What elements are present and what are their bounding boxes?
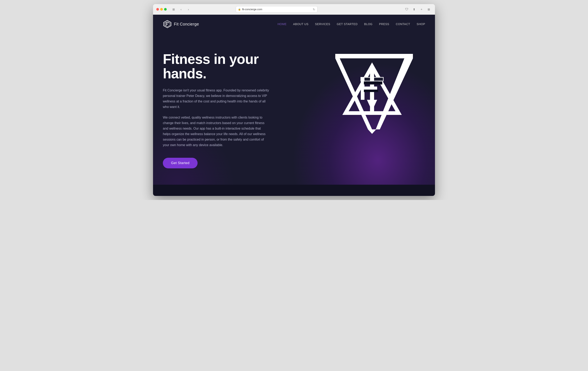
nav-item-blog[interactable]: BLOG	[364, 22, 372, 26]
nav-links-list: HOME ABOUT US SERVICES GET STARTED BLOG …	[277, 22, 425, 26]
nav-item-contact[interactable]: CONTACT	[396, 22, 410, 26]
logo-icon	[163, 20, 172, 29]
shield-icon[interactable]: 🛡	[404, 7, 410, 12]
nav-item-about[interactable]: ABOUT US	[293, 22, 308, 26]
lock-icon: 🔒	[238, 8, 241, 11]
hero-paragraph-2: We connect vetted, quality wellness inst…	[163, 115, 269, 148]
hero-logo-large	[319, 38, 425, 152]
logo-text: Fit Concierge	[174, 22, 199, 27]
nav-item-get-started[interactable]: GET STARTED	[337, 22, 357, 26]
hero-content: Fitness in your hands. Fit Concierge isn…	[163, 46, 285, 168]
window-controls	[156, 8, 167, 11]
svg-marker-8	[368, 129, 376, 134]
nav-item-press[interactable]: PRESS	[379, 22, 389, 26]
hero-section: Fitness in your hands. Fit Concierge isn…	[153, 33, 435, 185]
svg-marker-15	[367, 100, 377, 111]
refresh-icon[interactable]: ↻	[313, 8, 315, 11]
large-logo-svg	[323, 42, 421, 148]
nav-item-shop[interactable]: SHOP	[417, 22, 425, 26]
nav-link-shop[interactable]: SHOP	[417, 22, 425, 26]
nav-item-home[interactable]: HOME	[277, 22, 286, 26]
nav-link-blog[interactable]: BLOG	[364, 22, 372, 26]
svg-rect-16	[364, 81, 382, 84]
nav-link-get-started[interactable]: GET STARTED	[337, 22, 357, 26]
address-bar[interactable]: 🔒 fit-concierge.com ↻	[236, 6, 317, 13]
nav-controls: ⊞ ‹ ›	[171, 7, 191, 12]
nav-link-press[interactable]: PRESS	[379, 22, 389, 26]
share-button[interactable]: ⬆	[411, 7, 417, 12]
browser-window: ⊞ ‹ › 🔒 fit-concierge.com ↻ 🛡 ⬆ ＋ ⊞	[153, 4, 435, 196]
browser-toolbar: 🛡 ⬆ ＋ ⊞	[404, 7, 432, 12]
forward-button[interactable]: ›	[186, 7, 191, 12]
hero-title: Fitness in your hands.	[163, 52, 285, 81]
new-tab-button[interactable]: ＋	[419, 7, 424, 12]
cta-get-started-button[interactable]: Get Started	[163, 158, 198, 168]
maximize-button[interactable]	[164, 8, 167, 11]
svg-marker-7	[376, 54, 413, 129]
nav-link-contact[interactable]: CONTACT	[396, 22, 410, 26]
svg-rect-14	[361, 87, 377, 90]
footer-bar	[153, 185, 435, 196]
website-content: Fit Concierge HOME ABOUT US SERVICES GET…	[153, 15, 435, 185]
svg-rect-5	[335, 54, 409, 58]
url-text: fit-concierge.com	[242, 8, 262, 11]
back-button[interactable]: ‹	[178, 7, 184, 12]
nav-item-services[interactable]: SERVICES	[315, 22, 330, 26]
hero-paragraph-1: Fit Concierge isn't your usual fitness a…	[163, 88, 269, 110]
minimize-button[interactable]	[160, 8, 163, 11]
grid-view-button[interactable]: ⊞	[426, 7, 432, 12]
browser-titlebar: ⊞ ‹ › 🔒 fit-concierge.com ↻ 🛡 ⬆ ＋ ⊞	[153, 4, 435, 15]
nav-link-home[interactable]: HOME	[277, 22, 286, 26]
site-nav: Fit Concierge HOME ABOUT US SERVICES GET…	[153, 15, 435, 33]
close-button[interactable]	[156, 8, 159, 11]
svg-rect-17	[364, 90, 378, 92]
logo-link[interactable]: Fit Concierge	[163, 20, 199, 29]
nav-link-services[interactable]: SERVICES	[315, 22, 330, 26]
sidebar-toggle-button[interactable]: ⊞	[171, 7, 177, 12]
nav-link-about[interactable]: ABOUT US	[293, 22, 308, 26]
